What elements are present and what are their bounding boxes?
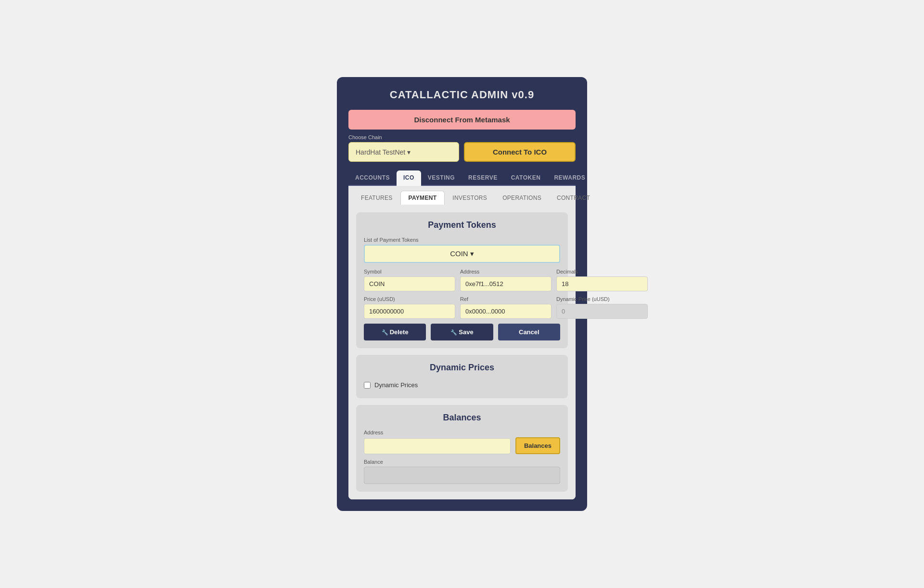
price-label: Price (uUSD) <box>364 296 455 302</box>
cancel-button[interactable]: Cancel <box>498 324 560 340</box>
tab-rewards[interactable]: REWARDS <box>547 170 592 186</box>
dynamic-prices-label: Dynamic Prices <box>374 381 418 389</box>
list-of-payment-tokens-label: List of Payment Tokens <box>364 237 560 243</box>
balance-label: Balance <box>364 459 560 465</box>
address-label: Address <box>460 269 552 274</box>
tab-ico[interactable]: ICO <box>397 170 421 186</box>
fields-row-1: Symbol Address Decimals <box>364 269 560 291</box>
chain-row: HardHat TestNet ▾ Connect To ICO <box>348 142 576 162</box>
wrench-icon-save <box>450 328 459 336</box>
payment-tokens-title: Payment Tokens <box>364 220 560 230</box>
symbol-field-group: Symbol <box>364 269 455 291</box>
balances-button[interactable]: Balances <box>515 437 560 454</box>
address-field-group: Address <box>460 269 552 291</box>
token-select-dropdown[interactable]: COIN ▾ <box>364 245 560 263</box>
decimals-label: Decimals <box>556 269 648 274</box>
dynamic-price-input[interactable] <box>556 304 648 319</box>
delete-button[interactable]: Delete <box>364 324 426 340</box>
fields-row-2: Price (uUSD) Ref Dynamic Price (uUSD) <box>364 296 560 319</box>
tab-reserve[interactable]: RESERVE <box>462 170 504 186</box>
dynamic-price-label: Dynamic Price (uUSD) <box>556 296 648 302</box>
balances-address-row: Balances <box>364 437 560 454</box>
choose-chain-label: Choose Chain <box>348 134 576 140</box>
tab-vesting[interactable]: VESTING <box>421 170 462 186</box>
tab-accounts[interactable]: ACCOUNTS <box>348 170 397 186</box>
save-button[interactable]: Save <box>431 324 493 340</box>
sub-panel: FEATURES PAYMENT INVESTORS OPERATIONS CO… <box>348 186 576 499</box>
dynamic-prices-title: Dynamic Prices <box>364 363 560 373</box>
ref-field-group: Ref <box>460 296 552 319</box>
ref-input[interactable] <box>460 304 552 319</box>
decimals-field-group: Decimals <box>556 269 648 291</box>
app-container: CATALLACTIC ADMIN v0.9 Disconnect From M… <box>337 77 587 511</box>
price-input[interactable] <box>364 304 455 319</box>
wrench-icon-delete <box>382 328 390 336</box>
balances-address-input[interactable] <box>364 438 511 454</box>
symbol-label: Symbol <box>364 269 455 274</box>
main-tabs: ACCOUNTS ICO VESTING RESERVE CATOKEN REW… <box>348 170 576 186</box>
subtab-investors[interactable]: INVESTORS <box>445 191 495 205</box>
subtab-operations[interactable]: OPERATIONS <box>495 191 549 205</box>
dynamic-prices-row: Dynamic Prices <box>364 379 560 391</box>
subtab-payment[interactable]: PAYMENT <box>400 191 445 205</box>
balances-card: Balances Address Balances Balance <box>356 405 568 492</box>
dynamic-prices-checkbox[interactable] <box>364 382 371 389</box>
dynamic-price-field-group: Dynamic Price (uUSD) <box>556 296 648 319</box>
dynamic-prices-card: Dynamic Prices Dynamic Prices <box>356 355 568 398</box>
chain-select-button[interactable]: HardHat TestNet ▾ <box>348 142 459 162</box>
tab-catoken[interactable]: CATOKEN <box>504 170 548 186</box>
action-buttons: Delete Save Cancel <box>364 324 560 340</box>
subtab-features[interactable]: FEATURES <box>353 191 400 205</box>
payment-tokens-card: Payment Tokens List of Payment Tokens CO… <box>356 212 568 348</box>
sub-tabs: FEATURES PAYMENT INVESTORS OPERATIONS CO… <box>348 186 576 205</box>
balances-title: Balances <box>364 413 560 423</box>
symbol-input[interactable] <box>364 276 455 291</box>
subtab-contract[interactable]: CONTRACT <box>549 191 598 205</box>
balances-address-label: Address <box>364 430 560 435</box>
balance-display <box>364 467 560 484</box>
address-input[interactable] <box>460 276 552 291</box>
price-field-group: Price (uUSD) <box>364 296 455 319</box>
connect-ico-button[interactable]: Connect To ICO <box>464 142 576 162</box>
decimals-input[interactable] <box>556 276 648 291</box>
disconnect-button[interactable]: Disconnect From Metamask <box>348 110 576 130</box>
app-title: CATALLACTIC ADMIN v0.9 <box>348 89 576 101</box>
content-area: Payment Tokens List of Payment Tokens CO… <box>348 205 576 499</box>
ref-label: Ref <box>460 296 552 302</box>
